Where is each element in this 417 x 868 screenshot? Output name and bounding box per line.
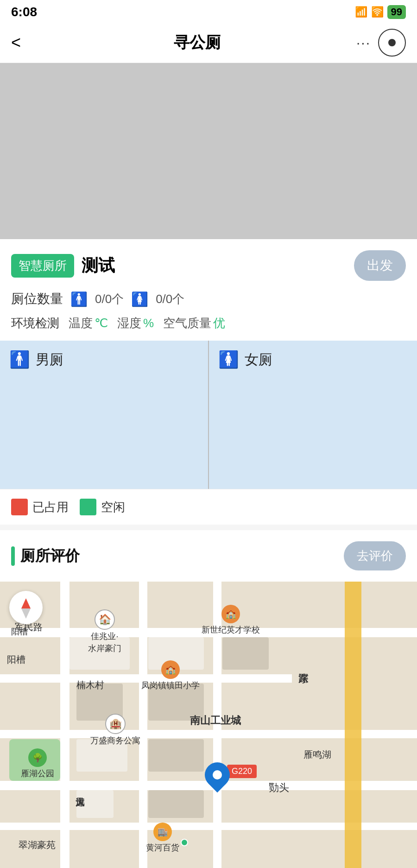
male-person-icon: 🚹 (9, 350, 30, 369)
stall-row: 厕位数量 🚹 0/0个 🚺 0/0个 (11, 290, 406, 308)
male-stalls-section: 🚹 男厕 (0, 341, 209, 489)
review-title-row: 厕所评价 (11, 546, 80, 566)
review-button[interactable]: 去评价 (344, 541, 406, 570)
green-dot (181, 839, 188, 846)
review-bar-icon (11, 546, 15, 566)
male-stalls-label: 男厕 (36, 350, 63, 369)
hum-label: 湿度 (117, 315, 141, 331)
road-v1 (60, 582, 70, 868)
occupied-label: 已占用 (32, 499, 69, 515)
nav-actions: ··· (356, 29, 406, 57)
map-label-nanmu: 楠木村 (76, 679, 104, 691)
air-item: 空气质量 优 (163, 315, 225, 331)
free-legend: 空闲 (80, 499, 125, 515)
road-badge-g220: G220 (227, 765, 257, 778)
review-section: 厕所评价 去评价 (0, 530, 417, 582)
female-stalls-section: 🚺 女厕 (209, 341, 417, 489)
status-icons: 📶 🛜 99 (355, 5, 406, 19)
info-top-row: 智慧厕所 测试 出发 (11, 250, 406, 281)
location-target-button[interactable] (378, 29, 406, 57)
compass-bottom (21, 608, 31, 619)
depart-button[interactable]: 出发 (354, 250, 406, 281)
female-person-icon: 🚺 (218, 350, 239, 369)
pin-dot (213, 770, 222, 779)
poi-school1: 🏫 新世纪英才学校 (202, 605, 260, 635)
signal-icon: 📶 (355, 6, 367, 18)
female-stall-count: 0/0个 (156, 291, 184, 307)
block-8 (148, 790, 204, 818)
occupied-legend: 已占用 (11, 499, 69, 515)
stalls-area: 🚹 男厕 🚺 女厕 (0, 341, 417, 489)
map-section[interactable]: 🏠 佳兆业· 水岸豪门 🏫 新世纪英才学校 🏫 凤岗镇镇田小学 🏨 万盛商务公寓… (0, 582, 417, 868)
legend-row: 已占用 空闲 (0, 489, 417, 525)
temp-unit: ℃ (95, 316, 108, 330)
male-icon: 🚹 (70, 291, 88, 307)
compass-top (21, 598, 31, 608)
map-background: 🏠 佳兆业· 水岸豪门 🏫 新世纪英才学校 🏫 凤岗镇镇田小学 🏨 万盛商务公寓… (0, 582, 417, 868)
page-title: 寻公厕 (174, 32, 221, 53)
info-card: 智慧厕所 测试 出发 厕位数量 🚹 0/0个 🚺 0/0个 环境检测 温度 ℃ … (0, 239, 417, 341)
block-6 (222, 637, 269, 670)
compass-label: 阳槽 (11, 626, 28, 637)
compass-icon (19, 598, 32, 617)
smart-badge: 智慧厕所 (11, 254, 74, 278)
map-label-jietou: 勚头 (269, 781, 289, 795)
air-value: 优 (213, 315, 225, 331)
poi-apartment: 🏨 万盛商务公寓 (90, 714, 140, 746)
env-row: 环境检测 温度 ℃ 湿度 % 空气质量 优 (11, 315, 406, 341)
block-5 (148, 739, 204, 772)
toilet-name: 测试 (82, 254, 115, 277)
target-dot-icon (388, 39, 396, 46)
battery-badge: 99 (387, 5, 406, 19)
temp-item: 温度 ℃ (69, 315, 108, 331)
female-stalls-label: 女厕 (245, 350, 272, 369)
male-stalls-header: 🚹 男厕 (9, 350, 199, 369)
poi-school2: 🏫 凤岗镇镇田小学 (141, 660, 200, 691)
status-bar: 6:08 📶 🛜 99 (0, 0, 417, 22)
nav-bar: < 寻公厕 ··· (0, 22, 417, 63)
info-top-left: 智慧厕所 测试 (11, 254, 115, 278)
temp-label: 温度 (69, 315, 93, 331)
female-icon: 🚺 (131, 291, 148, 307)
poi-industrial: 南山工业城 (190, 714, 241, 728)
env-label: 环境检测 (11, 315, 59, 331)
status-time: 6:08 (11, 5, 37, 19)
wifi-icon: 🛜 (371, 6, 384, 18)
hum-item: 湿度 % (117, 315, 154, 331)
map-label-yangcao: 阳槽 (7, 653, 25, 666)
free-icon (80, 499, 96, 515)
stall-count-label: 厕位数量 (11, 290, 63, 308)
map-placeholder (0, 63, 417, 239)
map-label-yanming: 雁鸣湖 (303, 748, 331, 761)
hum-unit: % (143, 316, 154, 330)
occupied-icon (11, 499, 28, 515)
poi-jiazhaoyue: 🏠 佳兆业· 水岸豪门 (88, 609, 121, 654)
main-location-pin (205, 762, 230, 787)
back-button[interactable]: < (11, 33, 39, 52)
map-label-cuihu: 翠湖豪苑 (19, 839, 56, 851)
air-label: 空气质量 (163, 315, 211, 331)
female-stalls-header: 🚺 女厕 (218, 350, 408, 369)
poi-park: 🌳 雁湖公园 (21, 748, 54, 779)
free-label: 空闲 (101, 499, 125, 515)
more-button[interactable]: ··· (356, 35, 371, 51)
poi-huanghe: 🏬 黄河百货 (146, 823, 179, 853)
review-title: 厕所评价 (20, 546, 80, 566)
compass[interactable] (9, 591, 43, 624)
block-7 (76, 790, 114, 818)
yellow-road (345, 582, 361, 868)
male-stall-count: 0/0个 (95, 291, 124, 307)
